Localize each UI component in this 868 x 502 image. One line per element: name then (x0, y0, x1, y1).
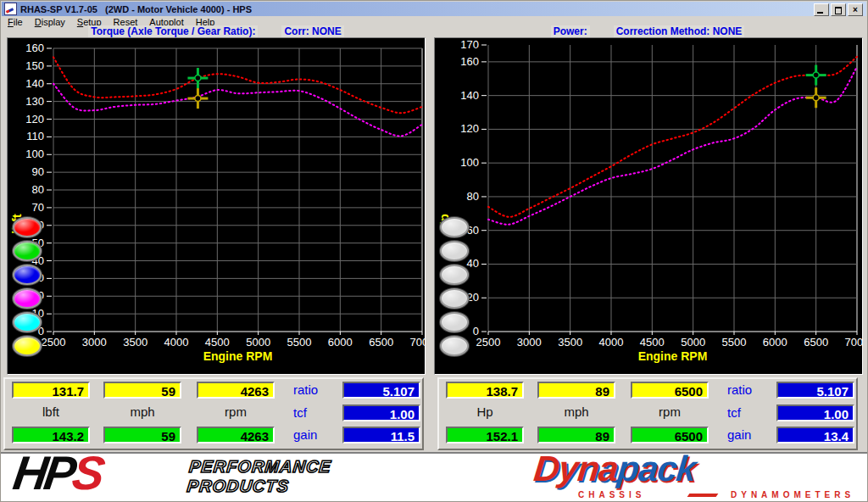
x-tick-label: 2500 (476, 336, 501, 349)
power-cursor2-value: 152.1 (446, 427, 524, 443)
curve-select-button-power-0[interactable] (440, 217, 469, 237)
y-tick-label: 130 (25, 95, 44, 108)
minimize-button[interactable] (814, 3, 829, 16)
torque-readout-panel: 131.7 59 4263 lbft mph rpm 143.2 59 4263… (3, 377, 424, 450)
x-tick-label: 3000 (517, 336, 542, 349)
x-axis-title: Engine RPM (203, 349, 273, 363)
close-button[interactable]: × (848, 3, 863, 16)
ratio-label-2: ratio (727, 382, 773, 398)
y-tick-label: 80 (467, 190, 479, 203)
power-readout-panel: 138.7 89 6500 Hp mph rpm 152.1 89 6500 r… (437, 377, 858, 450)
x-tick-label: 3000 (82, 336, 107, 349)
torque-cursor2-speed: 59 (103, 427, 181, 443)
gain-label-2: gain (727, 427, 773, 443)
x-tick-label: 5500 (722, 336, 747, 349)
torque-cursor1-value: 131.7 (12, 382, 90, 399)
y-tick-label: 160 (460, 55, 479, 68)
x-tick-label: 4000 (599, 336, 624, 349)
logo-strip: HPS PERFORMANCE PRODUCTS Dynapack CHASSI… (0, 452, 868, 502)
cursor-marker-green (187, 68, 208, 88)
y-tick-label: 100 (460, 156, 479, 169)
y-tick-label: 70 (32, 201, 44, 214)
curve-select-button-torque-4[interactable] (13, 312, 42, 332)
rpm-unit-label: rpm (197, 405, 275, 419)
ratio-label: ratio (293, 382, 339, 398)
x-tick-label: 6000 (763, 336, 787, 349)
dynapack-sub-dynamometers: DYNAMOMETERS (731, 490, 854, 499)
power-cursor1-speed: 89 (537, 382, 615, 399)
hps-tagline-line2: PRODUCTS (186, 477, 331, 496)
y-tick-label: 40 (467, 257, 479, 270)
speed-unit-label-2: mph (537, 405, 615, 419)
hps-tagline: PERFORMANCE PRODUCTS (186, 457, 333, 496)
dynapack-logo-pack: pack (615, 449, 698, 488)
hps-logo-hp: HP (10, 446, 77, 499)
torque-cursor2-rpm: 4263 (197, 427, 275, 443)
curve-select-button-power-5[interactable] (440, 336, 469, 356)
y-tick-label: 140 (25, 77, 44, 90)
gain-label: gain (293, 427, 339, 443)
y-tick-label: 90 (32, 165, 44, 178)
x-tick-label: 5000 (246, 336, 270, 349)
dynapack-sub-chassis: CHASSIS (578, 490, 645, 499)
power-run-magenta (488, 67, 857, 225)
curve-select-button-power-4[interactable] (440, 312, 469, 332)
torque-cursor2-value: 143.2 (12, 427, 90, 443)
curve-select-button-torque-5[interactable] (13, 336, 42, 356)
power-gain-value: 13.4 (776, 427, 854, 443)
minimize-icon (817, 12, 823, 14)
dynapack-swoosh (687, 494, 719, 497)
power-chart-title: Power: (551, 25, 590, 37)
power-cursor2-speed: 89 (537, 427, 615, 443)
power-unit-label: Hp (446, 405, 524, 419)
y-tick-label: 80 (32, 183, 44, 196)
power-correction-label: Correction Method: NONE (614, 25, 745, 37)
curve-select-button-power-3[interactable] (440, 288, 469, 309)
hps-logo: HPS (10, 449, 104, 499)
curve-select-button-torque-3[interactable] (13, 288, 42, 309)
curve-select-button-torque-2[interactable] (13, 265, 42, 285)
x-tick-label: 6500 (804, 336, 828, 349)
power-cursor1-value: 138.7 (446, 382, 524, 399)
window-title: RHAS-SP V1.7-05 (2WD - Motor Vehicle 400… (20, 4, 252, 14)
power-ratio-value: 5.107 (776, 382, 854, 399)
menu-display[interactable]: Display (29, 17, 71, 27)
y-tick-label: 120 (25, 113, 44, 126)
power-run-red (488, 57, 857, 217)
curve-select-button-power-1[interactable] (440, 241, 469, 261)
torque-gain-value: 11.5 (342, 427, 420, 443)
gridlines (488, 45, 857, 332)
power-chart-panel: 0204060801001201401601702500300035004000… (434, 37, 863, 375)
y-tick-label: 160 (25, 42, 44, 54)
torque-plot[interactable]: 0102030405060708090100110120130140150160… (8, 38, 425, 374)
torque-unit-label: lbft (12, 405, 90, 419)
hps-tagline-line1: PERFORMANCE (188, 457, 332, 477)
power-plot[interactable]: 0204060801001201401601702500300035004000… (435, 38, 862, 374)
tcf-label-2: tcf (727, 405, 773, 421)
torque-run-red (53, 57, 422, 113)
torque-tcf-value: 1.00 (342, 404, 420, 421)
dynapack-logo-dyna: Dyna (532, 449, 620, 488)
cursor-marker-green (806, 65, 826, 86)
curve-select-button-power-2[interactable] (440, 265, 469, 285)
x-tick-label: 6000 (328, 336, 353, 349)
y-tick-label: 150 (25, 59, 44, 72)
menu-file[interactable]: File (2, 17, 29, 27)
restore-button[interactable] (831, 3, 846, 16)
power-tcf-value: 1.00 (776, 404, 854, 421)
x-tick-label: 4000 (164, 336, 189, 349)
curve-select-button-torque-1[interactable] (13, 241, 42, 261)
y-tick-label: 120 (460, 122, 479, 135)
dynapack-logo: Dynapack (532, 451, 698, 487)
gridlines (53, 48, 422, 332)
power-chart-header: Power: Correction Method: NONE (434, 26, 861, 36)
axes: 0204060801001201401601702500300035004000… (460, 38, 862, 349)
torque-cursor1-rpm: 4263 (197, 382, 275, 399)
y-tick-label: 140 (460, 89, 479, 102)
x-tick-label: 4500 (205, 336, 230, 349)
y-tick-label: 110 (26, 130, 44, 142)
torque-chart-title: Torque (Axle Torque / Gear Ratio): (88, 25, 258, 37)
power-cursor1-rpm: 6500 (631, 382, 709, 399)
curve-select-button-torque-0[interactable] (13, 217, 42, 237)
power-cursor2-rpm: 6500 (631, 427, 709, 443)
